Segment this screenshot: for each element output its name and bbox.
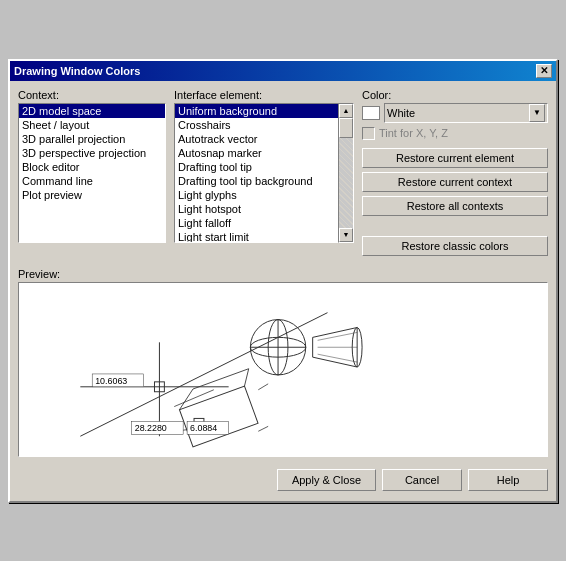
dropdown-arrow-icon[interactable]: ▼	[529, 104, 545, 122]
interface-listbox[interactable]: Uniform background Crosshairs Autotrack …	[174, 103, 338, 243]
preview-svg: 10.6063 28.2280 6.0884	[19, 283, 547, 456]
interface-panel: Interface element: Uniform background Cr…	[174, 89, 354, 260]
scroll-thumb[interactable]	[339, 118, 353, 138]
context-item-3[interactable]: 3D perspective projection	[19, 146, 165, 160]
dialog-window: Drawing Window Colors ✕ Context: 2D mode…	[8, 59, 558, 503]
preview-label: Preview:	[18, 268, 548, 280]
interface-item-6[interactable]: Light glyphs	[175, 188, 338, 202]
restore-current-context-button[interactable]: Restore current context	[362, 172, 548, 192]
svg-text:10.6063: 10.6063	[95, 375, 127, 385]
scroll-down-btn[interactable]: ▼	[339, 228, 353, 242]
interface-item-7[interactable]: Light hotspot	[175, 202, 338, 216]
context-item-4[interactable]: Block editor	[19, 160, 165, 174]
context-label: Context:	[18, 89, 166, 101]
interface-item-8[interactable]: Light falloff	[175, 216, 338, 230]
context-item-2[interactable]: 3D parallel projection	[19, 132, 165, 146]
interface-item-1[interactable]: Crosshairs	[175, 118, 338, 132]
interface-item-4[interactable]: Drafting tool tip	[175, 160, 338, 174]
color-panel: Color: White ▼ Tint for X, Y, Z Restore …	[362, 89, 548, 260]
context-item-0[interactable]: 2D model space	[19, 104, 165, 118]
restore-classic-colors-button[interactable]: Restore classic colors	[362, 236, 548, 256]
top-section: Context: 2D model space Sheet / layout 3…	[18, 89, 548, 260]
help-button[interactable]: Help	[468, 469, 548, 491]
interface-item-0[interactable]: Uniform background	[175, 104, 338, 118]
context-panel: Context: 2D model space Sheet / layout 3…	[18, 89, 166, 260]
color-dropdown[interactable]: White ▼	[384, 103, 548, 123]
title-bar: Drawing Window Colors ✕	[10, 61, 556, 81]
svg-text:6.0884: 6.0884	[190, 423, 217, 433]
close-button[interactable]: ✕	[536, 64, 552, 78]
bottom-bar: Apply & Close Cancel Help	[18, 465, 548, 493]
restore-all-contexts-button[interactable]: Restore all contexts	[362, 196, 548, 216]
color-dropdown-row: White ▼	[362, 103, 548, 123]
interface-item-9[interactable]: Light start limit	[175, 230, 338, 243]
preview-area: 10.6063 28.2280 6.0884	[18, 282, 548, 457]
interface-item-2[interactable]: Autotrack vector	[175, 132, 338, 146]
interface-label: Interface element:	[174, 89, 354, 101]
interface-item-3[interactable]: Autosnap marker	[175, 146, 338, 160]
preview-section: Preview:	[18, 268, 548, 457]
context-item-1[interactable]: Sheet / layout	[19, 118, 165, 132]
cancel-button[interactable]: Cancel	[382, 469, 462, 491]
context-item-5[interactable]: Command line	[19, 174, 165, 188]
tint-checkbox[interactable]	[362, 127, 375, 140]
scroll-up-btn[interactable]: ▲	[339, 104, 353, 118]
scroll-track	[339, 118, 353, 228]
interface-scrollbar[interactable]: ▲ ▼	[338, 103, 354, 243]
context-listbox[interactable]: 2D model space Sheet / layout 3D paralle…	[18, 103, 166, 243]
tint-label: Tint for X, Y, Z	[379, 127, 448, 139]
svg-rect-0	[21, 283, 545, 456]
color-swatch	[362, 106, 380, 120]
color-dropdown-text: White	[387, 107, 529, 119]
svg-text:28.2280: 28.2280	[135, 423, 167, 433]
interface-item-5[interactable]: Drafting tool tip background	[175, 174, 338, 188]
dialog-body: Context: 2D model space Sheet / layout 3…	[10, 81, 556, 501]
apply-close-button[interactable]: Apply & Close	[277, 469, 376, 491]
title-bar-text: Drawing Window Colors	[14, 65, 140, 77]
color-label: Color:	[362, 89, 548, 101]
context-item-6[interactable]: Plot preview	[19, 188, 165, 202]
restore-current-element-button[interactable]: Restore current element	[362, 148, 548, 168]
tint-row: Tint for X, Y, Z	[362, 127, 548, 140]
